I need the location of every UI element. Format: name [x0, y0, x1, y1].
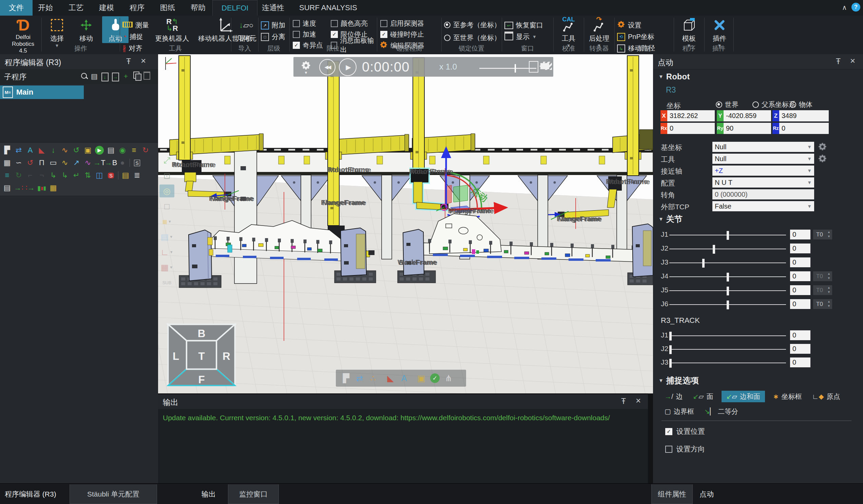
- ribbon-small-pnp[interactable]: ⟲PnP坐标: [617, 32, 654, 41]
- snap-edge-button[interactable]: →/边: [663, 391, 685, 402]
- pin-icon[interactable]: Ŧ: [836, 57, 841, 66]
- grid-icon[interactable]: ▦: [1, 158, 13, 168]
- robot-display-icon[interactable]: ⋔: [442, 372, 455, 384]
- fit-view-icon[interactable]: ⊡: [160, 169, 174, 182]
- close-icon[interactable]: ×: [850, 55, 855, 66]
- wait-icon[interactable]: ◫: [93, 170, 105, 181]
- check-颜色高亮[interactable]: 颜色高亮: [331, 19, 368, 28]
- check-icon[interactable]: ✓: [428, 372, 442, 384]
- gear-icon[interactable]: [818, 142, 827, 153]
- stop-icon[interactable]: S: [105, 170, 117, 181]
- assign-icon[interactable]: ≡: [1, 170, 13, 181]
- output-signal-icon[interactable]: ∶→: [24, 182, 36, 193]
- folder-icon[interactable]: ▭: [48, 158, 59, 168]
- help-icon[interactable]: ?: [851, 3, 860, 12]
- frame-display-icon[interactable]: ∟▼: [160, 245, 174, 259]
- tab-program-editor[interactable]: 程序编辑器 (R3): [5, 484, 56, 504]
- ribbon-small-attach[interactable]: ↗附加: [261, 20, 285, 30]
- delete-icon[interactable]: [142, 72, 152, 81]
- path-display-icon[interactable]: ∴: [366, 372, 380, 384]
- turn-button-J5[interactable]: T0▲▼: [813, 285, 832, 295]
- speed-slider-handle[interactable]: [515, 64, 516, 73]
- tab-staubli-cell-config[interactable]: Stäubli 单元配置: [70, 484, 157, 504]
- joint-slider-J1[interactable]: [669, 235, 786, 235]
- menu-tab-7[interactable]: DELFOI: [212, 0, 258, 16]
- view-cube[interactable]: B L T R F: [165, 322, 237, 388]
- pose-value-X[interactable]: 3182.262: [667, 110, 715, 122]
- film-strip-icon[interactable]: [543, 62, 552, 70]
- joint-slider-J5[interactable]: [669, 290, 786, 291]
- menu-tab-8[interactable]: 连通性: [253, 0, 293, 16]
- input-signal-icon[interactable]: →∶: [13, 182, 24, 193]
- joint-value-J4[interactable]: 0: [790, 271, 810, 281]
- robot-section-header[interactable]: ▼Robot: [659, 72, 690, 81]
- ribbon-small-snap[interactable]: ◔捕捉: [123, 32, 143, 41]
- check-碰撞时停止[interactable]: ✓碰撞时停止: [380, 30, 424, 39]
- joint-value-J2[interactable]: 0: [790, 243, 810, 253]
- ramp-display-icon[interactable]: ◣: [384, 372, 397, 384]
- fullscreen-icon[interactable]: ⤢: [160, 154, 174, 167]
- radio-至参考（坐标）[interactable]: 至参考（坐标）: [444, 20, 501, 29]
- sub-view-icon[interactable]: SUB: [160, 276, 174, 289]
- import-subprogram-icon[interactable]: ↓: [100, 72, 110, 81]
- play-button[interactable]: ▶: [339, 58, 357, 76]
- radio-至世界（坐标）[interactable]: 至世界（坐标）: [444, 33, 501, 42]
- pan-view-icon[interactable]: ◎: [160, 185, 174, 198]
- joint-value-J5[interactable]: 0: [790, 285, 810, 295]
- pose-value-Z[interactable]: 3489: [779, 110, 829, 122]
- add-subprogram-icon[interactable]: +: [121, 72, 130, 81]
- check-启用探测器[interactable]: 启用探测器: [380, 19, 424, 28]
- point-up-icon[interactable]: ↗: [71, 158, 82, 168]
- ribbon-small-displaywin[interactable]: 显示▼: [504, 32, 537, 41]
- copy-icon[interactable]: [132, 72, 141, 81]
- turn-button-J4[interactable]: T0▲▼: [813, 271, 832, 281]
- coord-radio-0[interactable]: 世界: [716, 100, 738, 109]
- circular-move-icon[interactable]: ↺: [71, 145, 82, 156]
- swap-view-icon[interactable]: ⇄: [353, 372, 366, 384]
- print-icon[interactable]: ▤: [1, 182, 13, 193]
- snap-origin-button[interactable]: ∟◆原点: [810, 391, 842, 402]
- branch-icon[interactable]: ↳: [48, 170, 59, 181]
- viewport-3d[interactable]: 点动 RobotFrame: [158, 54, 653, 393]
- option-设置位置[interactable]: ✓设置位置: [665, 427, 705, 436]
- tab-component-properties[interactable]: 组件属性: [651, 484, 693, 504]
- simulation-settings-icon[interactable]: ▼: [301, 60, 311, 75]
- menu-file[interactable]: 文件: [0, 0, 33, 16]
- joint-value-J3[interactable]: 0: [790, 257, 810, 267]
- field-control-5[interactable]: False▼: [712, 201, 814, 211]
- speed-slider[interactable]: [479, 68, 536, 69]
- menu-tab-5[interactable]: 图纸: [151, 0, 184, 16]
- path-yellow-icon[interactable]: ∿: [59, 158, 71, 168]
- field-control-3[interactable]: N U T▼: [712, 177, 814, 188]
- speed-icon[interactable]: ◉: [117, 145, 128, 156]
- snap-frame-button[interactable]: ∗坐标框: [771, 391, 804, 402]
- positioner-head-right-1[interactable]: [403, 229, 424, 275]
- ramp-icon[interactable]: ◣: [36, 145, 48, 156]
- document-icon[interactable]: ≣: [131, 170, 143, 181]
- frame-box-icon[interactable]: ▣: [82, 145, 93, 156]
- signal-icon[interactable]: Π: [36, 158, 48, 168]
- snap-edgeface-button[interactable]: ↙▱边和面: [722, 391, 765, 402]
- ribbon-plugins-button[interactable]: 插件▼: [706, 16, 733, 48]
- tab-jog[interactable]: 点动: [700, 484, 714, 504]
- rotate-icon[interactable]: ↻: [140, 145, 151, 156]
- joint-slider-J4[interactable]: [669, 276, 786, 277]
- positioner-head-left-2[interactable]: [341, 228, 366, 276]
- check-速度[interactable]: 速度: [293, 19, 316, 28]
- track-value-J1[interactable]: 0: [790, 330, 810, 340]
- paste-icon[interactable]: ▤: [90, 72, 99, 81]
- snap-section-header[interactable]: ▼捕捉选项: [659, 375, 699, 386]
- track-value-J3[interactable]: 0: [790, 357, 810, 367]
- return-icon[interactable]: ↵: [71, 170, 82, 181]
- track-slider-J3[interactable]: [669, 363, 786, 363]
- chart-view-icon[interactable]: ▤▼: [160, 230, 174, 243]
- pin-icon[interactable]: Ŧ: [621, 397, 626, 406]
- controller-icon[interactable]: ▤: [105, 145, 117, 156]
- insert-point-icon[interactable]: ↓: [48, 145, 59, 156]
- sync-icon[interactable]: ⇅: [82, 170, 93, 181]
- path-points-icon[interactable]: ∿: [59, 145, 71, 156]
- track-slider-J2[interactable]: [669, 349, 786, 350]
- collapse-ribbon-icon[interactable]: ∧: [842, 3, 847, 12]
- joint-value-J6[interactable]: 0: [790, 299, 810, 309]
- subprogram-item-Main[interactable]: M≡Main: [0, 86, 84, 99]
